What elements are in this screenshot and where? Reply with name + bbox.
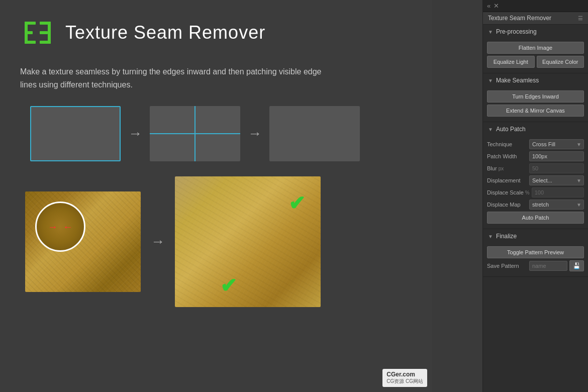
displace-map-label: Displace Map	[487, 202, 527, 208]
equalize-btn-row: Equalize Light Equalize Color	[487, 56, 584, 68]
panel: « ✕ Texture Seam Remover ☰ ▼ Pre-process…	[482, 0, 588, 392]
check-mark-bottom-icon: ✔	[220, 274, 237, 297]
red-arrow-left-icon: →	[48, 221, 58, 233]
section-auto-patch-header[interactable]: ▼ Auto Patch	[483, 122, 588, 136]
equalize-color-button[interactable]: Equalize Color	[537, 56, 584, 68]
svg-rect-3	[25, 41, 36, 44]
section-preprocessing-body: Flatten Image Equalize Light Equalize Co…	[483, 39, 588, 73]
header: Texture Seam Remover	[20, 15, 412, 50]
collapse-icon[interactable]: «	[487, 2, 491, 10]
section-auto-patch: ▼ Auto Patch Technique Cross Fill Clone …	[483, 122, 588, 229]
displace-map-select-arrow-icon: ▼	[576, 202, 583, 208]
panel-tab-menu-icon[interactable]: ☰	[578, 15, 583, 22]
blur-field: Blur px	[487, 163, 584, 173]
arrow-1: →	[128, 126, 142, 142]
diagram-row: → →	[30, 106, 412, 161]
displacement-label: Displacement	[487, 177, 527, 183]
circle-overlay: → ←	[35, 202, 85, 252]
displacement-select-arrow-icon: ▼	[576, 178, 583, 183]
section-make-seamless-body: Turn Edges Inward Extend & Mirror Canvas	[483, 87, 588, 122]
description-text: Make a texture seamless by turning the e…	[20, 65, 322, 91]
turn-edges-inward-button[interactable]: Turn Edges Inward	[487, 90, 584, 103]
displace-map-field: Displace Map stretch tile wrap ▼	[487, 200, 584, 210]
chevron-auto-patch-icon: ▼	[488, 127, 493, 132]
section-finalize: ▼ Finalize Toggle Pattern Preview Save P…	[483, 229, 588, 277]
svg-rect-4	[48, 22, 51, 44]
save-pattern-label: Save Pattern	[487, 263, 527, 269]
check-mark-top-icon: ✔	[288, 191, 306, 215]
technique-label: Technique	[487, 141, 527, 147]
red-arrow-right-icon: ←	[63, 221, 73, 233]
panel-titlebar: « ✕	[483, 0, 588, 12]
section-auto-patch-label: Auto Patch	[496, 126, 526, 133]
watermark-sub: CG资源 CG网站	[386, 378, 423, 385]
patch-width-label: Patch Width	[487, 153, 527, 159]
equalize-light-button[interactable]: Equalize Light	[487, 56, 535, 68]
displace-scale-label: Displace Scale %	[487, 189, 530, 195]
section-preprocessing-label: Pre-processing	[496, 28, 537, 35]
patch-width-field: Patch Width	[487, 151, 584, 161]
displace-scale-input	[532, 187, 584, 198]
svg-rect-1	[25, 22, 36, 25]
section-make-seamless-label: Make Seamless	[496, 77, 539, 84]
blur-label: Blur px	[487, 165, 527, 171]
diagram-box-3	[269, 106, 360, 161]
section-auto-patch-body: Technique Cross Fill Clone Stamp Content…	[483, 136, 588, 229]
section-preprocessing: ▼ Pre-processing Flatten Image Equalize …	[483, 25, 588, 73]
diagram-box-1	[30, 106, 121, 161]
flatten-image-button[interactable]: Flatten Image	[487, 42, 584, 54]
diagram-box-2	[150, 106, 240, 161]
watermark: CGer.com CG资源 CG网站	[382, 369, 427, 387]
technique-field: Technique Cross Fill Clone Stamp Content…	[487, 139, 584, 149]
arrow-2: →	[248, 126, 262, 142]
v-line	[194, 106, 195, 161]
svg-rect-5	[40, 22, 51, 25]
page-title: Texture Seam Remover	[65, 22, 265, 43]
titlebar-icons: « ✕	[487, 2, 499, 10]
photo-row: → ← → ✔ ✔	[25, 176, 412, 307]
displacement-select-wrapper: Select... None Custom ▼	[529, 175, 584, 185]
chevron-preprocessing-icon: ▼	[488, 29, 493, 35]
displace-map-select[interactable]: stretch tile wrap	[530, 200, 576, 209]
displace-scale-field: Displace Scale %	[487, 187, 584, 198]
chevron-seamless-icon: ▼	[488, 78, 493, 83]
panel-tab-label: Texture Seam Remover	[488, 15, 551, 22]
displace-map-select-wrapper: stretch tile wrap ▼	[529, 200, 584, 210]
watermark-site: CGer.com	[386, 371, 423, 378]
photo-after: ✔ ✔	[175, 176, 321, 307]
section-preprocessing-header[interactable]: ▼ Pre-processing	[483, 25, 588, 39]
section-make-seamless-header[interactable]: ▼ Make Seamless	[483, 73, 588, 87]
chevron-finalize-icon: ▼	[488, 234, 493, 239]
section-finalize-header[interactable]: ▼ Finalize	[483, 229, 588, 243]
close-icon[interactable]: ✕	[494, 2, 499, 10]
patch-width-input[interactable]	[529, 151, 584, 161]
save-pattern-button[interactable]: 💾	[569, 260, 584, 271]
svg-rect-7	[40, 41, 51, 44]
section-finalize-label: Finalize	[496, 233, 517, 240]
arrow-3: →	[151, 234, 165, 250]
blur-input	[529, 163, 584, 173]
auto-patch-button[interactable]: Auto Patch	[487, 212, 584, 224]
displacement-field: Displacement Select... None Custom ▼	[487, 175, 584, 185]
cross-lines	[150, 106, 240, 161]
section-make-seamless: ▼ Make Seamless Turn Edges Inward Extend…	[483, 73, 588, 122]
extend-mirror-canvas-button[interactable]: Extend & Mirror Canvas	[487, 105, 584, 117]
photo-before: → ←	[25, 191, 141, 292]
logo	[20, 15, 55, 50]
displacement-select[interactable]: Select... None Custom	[530, 176, 576, 185]
technique-select[interactable]: Cross Fill Clone Stamp Content Aware	[530, 140, 576, 149]
main-content: Texture Seam Remover Make a texture seam…	[0, 0, 432, 392]
technique-select-wrapper: Cross Fill Clone Stamp Content Aware ▼	[529, 139, 584, 149]
section-finalize-body: Toggle Pattern Preview Save Pattern 💾	[483, 243, 588, 276]
svg-rect-6	[40, 31, 48, 34]
save-pattern-input[interactable]	[529, 261, 567, 271]
save-pattern-field: Save Pattern 💾	[487, 260, 584, 271]
technique-select-arrow-icon: ▼	[576, 142, 583, 147]
panel-tab[interactable]: Texture Seam Remover ☰	[483, 12, 588, 25]
svg-rect-2	[25, 31, 33, 34]
toggle-pattern-preview-button[interactable]: Toggle Pattern Preview	[487, 246, 584, 258]
